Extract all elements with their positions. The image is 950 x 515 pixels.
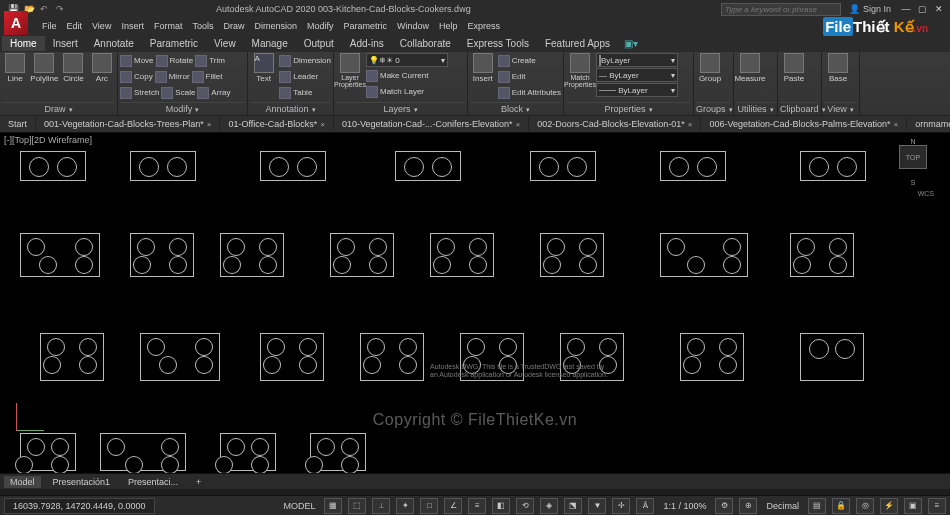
tab-parametric[interactable]: Parametric (142, 36, 206, 51)
viewcube-north[interactable]: N (910, 138, 915, 145)
qat-undo-icon[interactable]: ↶ (40, 4, 50, 14)
cad-block[interactable] (130, 233, 194, 277)
menu-file[interactable]: File (42, 21, 57, 31)
doctab-start[interactable]: Start (0, 117, 36, 131)
viewport-label[interactable]: [-][Top][2D Wireframe] (4, 135, 92, 145)
polar-toggle[interactable]: ✦ (396, 498, 414, 514)
edit-block-button[interactable]: Edit (498, 69, 561, 84)
cad-block[interactable] (530, 151, 596, 181)
rotate-button[interactable]: Rotate (156, 53, 194, 68)
text-button[interactable]: AText (250, 53, 277, 83)
cad-block[interactable] (20, 233, 100, 277)
circle-button[interactable]: Circle (60, 53, 86, 83)
close-tab-icon[interactable]: × (688, 120, 693, 129)
menu-insert[interactable]: Insert (121, 21, 144, 31)
help-search-input[interactable] (721, 3, 841, 16)
maximize-button[interactable]: ▢ (915, 4, 929, 14)
color-select[interactable]: ByLayer▾ (596, 53, 678, 67)
new-layout-button[interactable]: + (190, 476, 207, 488)
menu-help[interactable]: Help (439, 21, 458, 31)
cad-block[interactable] (20, 433, 76, 471)
cad-block[interactable] (260, 151, 326, 181)
menu-format[interactable]: Format (154, 21, 183, 31)
gizmo-toggle[interactable]: ✢ (612, 498, 630, 514)
line-button[interactable]: Line (2, 53, 28, 83)
create-block-button[interactable]: Create (498, 53, 561, 68)
annotation-monitor[interactable]: ⊕ (739, 498, 757, 514)
quick-properties-toggle[interactable]: ▤ (808, 498, 826, 514)
tab-express-tools[interactable]: Express Tools (459, 36, 537, 51)
doctab[interactable]: 001-Vegetation-Cad-Blocks-Trees-Plan*× (36, 117, 220, 131)
tab-manage[interactable]: Manage (244, 36, 296, 51)
copy-button[interactable]: Copy (120, 69, 153, 84)
scale-button[interactable]: Scale (161, 85, 195, 100)
panel-label[interactable]: Clipboard▾ (780, 102, 819, 115)
layout-tab[interactable]: Presentación1 (47, 476, 117, 488)
match-properties-button[interactable]: Match Properties (566, 53, 594, 88)
dimension-button[interactable]: Dimension (279, 53, 331, 68)
paste-button[interactable]: Paste (780, 53, 808, 83)
panel-label[interactable]: Layers▾ (336, 102, 465, 115)
cad-block[interactable] (310, 433, 366, 471)
close-tab-icon[interactable]: × (894, 120, 899, 129)
menu-draw[interactable]: Draw (223, 21, 244, 31)
cad-block[interactable] (260, 333, 324, 381)
annotation-scale[interactable]: 1:1 / 100% (660, 501, 709, 511)
tab-collaborate[interactable]: Collaborate (392, 36, 459, 51)
cad-block[interactable] (540, 233, 604, 277)
cad-block[interactable] (100, 433, 186, 471)
menu-dimension[interactable]: Dimension (254, 21, 297, 31)
ucs-icon[interactable] (16, 401, 46, 431)
cad-block[interactable] (220, 233, 284, 277)
drawing-canvas[interactable]: [-][Top][2D Wireframe] N TOP S WCS (0, 133, 950, 473)
close-tab-icon[interactable]: × (320, 120, 325, 129)
viewcube-face[interactable]: TOP (899, 145, 927, 169)
tab-view[interactable]: View (206, 36, 244, 51)
tab-home[interactable]: Home (2, 36, 45, 51)
layout-tab-model[interactable]: Model (4, 476, 41, 488)
cad-block[interactable] (395, 151, 461, 181)
panel-label[interactable]: Annotation▾ (250, 102, 331, 115)
cad-block[interactable] (680, 333, 744, 381)
base-view-button[interactable]: Base (824, 53, 852, 83)
panel-label[interactable]: Properties▾ (566, 102, 691, 115)
panel-label[interactable]: Groups▾ (696, 102, 731, 115)
cad-block[interactable] (40, 333, 104, 381)
menu-window[interactable]: Window (397, 21, 429, 31)
viewcube-south[interactable]: S (911, 179, 916, 186)
cad-block[interactable] (220, 433, 276, 471)
autocad-logo[interactable]: A (4, 11, 28, 35)
units-readout[interactable]: Decimal (763, 501, 802, 511)
close-tab-icon[interactable]: × (207, 120, 212, 129)
close-tab-icon[interactable]: × (516, 120, 521, 129)
cad-block[interactable] (800, 151, 866, 181)
viewcube[interactable]: N TOP S WCS (890, 139, 936, 185)
snap-toggle[interactable]: ⬚ (348, 498, 366, 514)
panel-label[interactable]: Block▾ (470, 102, 561, 115)
table-button[interactable]: Table (279, 85, 331, 100)
menu-parametric[interactable]: Parametric (344, 21, 388, 31)
dynamic-ucs-toggle[interactable]: ⬔ (564, 498, 582, 514)
doctab[interactable]: 010-Vegetation-Cad-...-Conifers-Elevatio… (334, 117, 529, 131)
stretch-button[interactable]: Stretch (120, 85, 159, 100)
measure-button[interactable]: Measure (736, 53, 764, 83)
group-button[interactable]: Group (696, 53, 724, 83)
lineweight-toggle[interactable]: ≡ (468, 498, 486, 514)
cad-block[interactable] (660, 151, 726, 181)
cad-block[interactable] (660, 233, 748, 277)
menu-tools[interactable]: Tools (192, 21, 213, 31)
linetype-select[interactable]: ─── ByLayer▾ (596, 83, 678, 97)
cad-block[interactable] (130, 151, 196, 181)
cad-block[interactable] (800, 333, 864, 381)
mirror-button[interactable]: Mirror (155, 69, 190, 84)
polyline-button[interactable]: Polyline (30, 53, 58, 83)
lock-ui-toggle[interactable]: 🔒 (832, 498, 850, 514)
transparency-toggle[interactable]: ◧ (492, 498, 510, 514)
annotation-visibility-toggle[interactable]: Å (636, 498, 654, 514)
minimize-button[interactable]: — (899, 4, 913, 14)
viewcube-wcs[interactable]: WCS (918, 190, 934, 197)
move-button[interactable]: Move (120, 53, 154, 68)
signin-button[interactable]: 👤Sign In (849, 4, 891, 14)
array-button[interactable]: Array (197, 85, 230, 100)
doctab[interactable]: 002-Doors-Cad-Blocks-Elevation-01*× (529, 117, 701, 131)
